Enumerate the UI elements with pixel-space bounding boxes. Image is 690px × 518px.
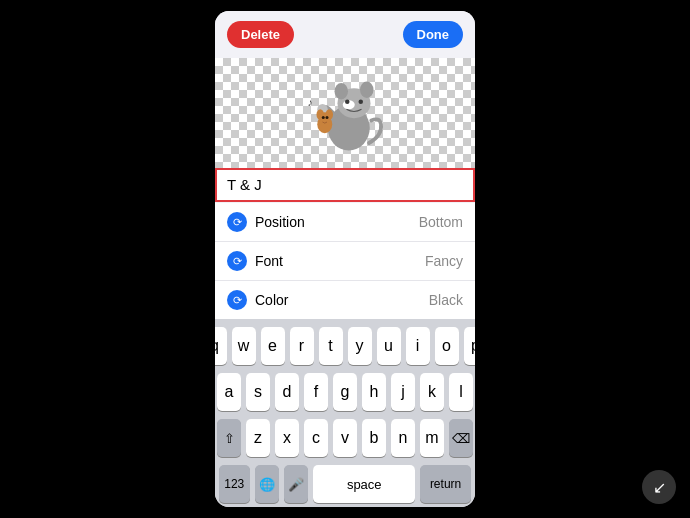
option-row-position[interactable]: ⟳ Position Bottom bbox=[215, 203, 475, 242]
key-z[interactable]: z bbox=[246, 419, 270, 457]
sticker-image: ♪ bbox=[300, 68, 390, 158]
font-value: Fancy bbox=[425, 253, 463, 269]
key-w[interactable]: w bbox=[232, 327, 256, 365]
key-e[interactable]: e bbox=[261, 327, 285, 365]
caption-input[interactable] bbox=[227, 176, 463, 193]
keyboard-row-2: a s d f g h j k l bbox=[219, 373, 471, 411]
done-button[interactable]: Done bbox=[403, 21, 464, 48]
key-globe[interactable]: 🌐 bbox=[255, 465, 279, 503]
color-value: Black bbox=[429, 292, 463, 308]
key-d[interactable]: d bbox=[275, 373, 299, 411]
key-j[interactable]: j bbox=[391, 373, 415, 411]
keyboard-row-1: q w e r t y u i o p bbox=[219, 327, 471, 365]
key-delete[interactable]: ⌫ bbox=[449, 419, 473, 457]
svg-point-6 bbox=[359, 100, 364, 105]
key-o[interactable]: o bbox=[435, 327, 459, 365]
font-icon: ⟳ bbox=[227, 251, 247, 271]
svg-point-5 bbox=[345, 100, 350, 105]
color-icon: ⟳ bbox=[227, 290, 247, 310]
position-icon: ⟳ bbox=[227, 212, 247, 232]
key-a[interactable]: a bbox=[217, 373, 241, 411]
key-shift[interactable]: ⇧ bbox=[217, 419, 241, 457]
key-k[interactable]: k bbox=[420, 373, 444, 411]
color-label: Color bbox=[255, 292, 288, 308]
key-v[interactable]: v bbox=[333, 419, 357, 457]
key-numbers[interactable]: 123 bbox=[219, 465, 250, 503]
key-f[interactable]: f bbox=[304, 373, 328, 411]
keyboard-row-4: 123 🌐 🎤 space return bbox=[219, 465, 471, 503]
key-c[interactable]: c bbox=[304, 419, 328, 457]
key-u[interactable]: u bbox=[377, 327, 401, 365]
font-label: Font bbox=[255, 253, 283, 269]
position-label: Position bbox=[255, 214, 305, 230]
key-l[interactable]: l bbox=[449, 373, 473, 411]
option-row-font[interactable]: ⟳ Font Fancy bbox=[215, 242, 475, 281]
key-m[interactable]: m bbox=[420, 419, 444, 457]
key-s[interactable]: s bbox=[246, 373, 270, 411]
key-space[interactable]: space bbox=[313, 465, 415, 503]
key-p[interactable]: p bbox=[464, 327, 476, 365]
modal-container: Delete Done bbox=[215, 11, 475, 507]
delete-button[interactable]: Delete bbox=[227, 21, 294, 48]
keyboard: q w e r t y u i o p a s d f g h j k bbox=[215, 319, 475, 507]
key-t[interactable]: t bbox=[319, 327, 343, 365]
key-i[interactable]: i bbox=[406, 327, 430, 365]
svg-point-14 bbox=[326, 116, 329, 119]
bottom-right-button[interactable]: ↙ bbox=[642, 470, 676, 504]
svg-point-3 bbox=[360, 82, 374, 99]
option-row-color[interactable]: ⟳ Color Black bbox=[215, 281, 475, 319]
image-area: ♪ bbox=[215, 58, 475, 168]
key-mic[interactable]: 🎤 bbox=[284, 465, 308, 503]
key-q[interactable]: q bbox=[215, 327, 227, 365]
position-value: Bottom bbox=[419, 214, 463, 230]
key-g[interactable]: g bbox=[333, 373, 357, 411]
key-h[interactable]: h bbox=[362, 373, 386, 411]
svg-text:♪: ♪ bbox=[308, 96, 313, 108]
key-x[interactable]: x bbox=[275, 419, 299, 457]
svg-point-13 bbox=[322, 116, 325, 119]
keyboard-row-3: ⇧ z x c v b n m ⌫ bbox=[219, 419, 471, 457]
key-b[interactable]: b bbox=[362, 419, 386, 457]
key-n[interactable]: n bbox=[391, 419, 415, 457]
text-input-row[interactable] bbox=[215, 168, 475, 202]
svg-point-2 bbox=[335, 83, 349, 100]
modal-header: Delete Done bbox=[215, 11, 475, 58]
options-section: ⟳ Position Bottom ⟳ Font Fancy ⟳ Color B… bbox=[215, 203, 475, 319]
key-y[interactable]: y bbox=[348, 327, 372, 365]
key-return[interactable]: return bbox=[420, 465, 471, 503]
key-r[interactable]: r bbox=[290, 327, 314, 365]
arrow-icon: ↙ bbox=[653, 478, 666, 497]
